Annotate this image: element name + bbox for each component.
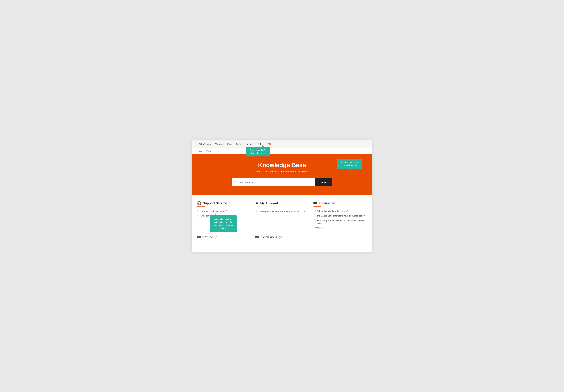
content-area: 🎧 Support Service (2) 📄 How can I get yo…: [192, 195, 372, 252]
page-container: What's New Women Men Gear Training Sale …: [192, 140, 372, 252]
document-icon: 📄: [313, 219, 316, 222]
extensions-folder-icon: [255, 235, 259, 239]
category-name-support: Support Service: [203, 202, 227, 205]
question-item: 📄 How can I get your support?: [197, 210, 251, 213]
nav-item-women[interactable]: Women: [213, 140, 225, 149]
category-header-extensions: Extensions (2): [255, 235, 309, 239]
navigation: What's New Women Men Gear Training Sale …: [192, 140, 372, 149]
support-icon: 🎧: [197, 201, 201, 205]
breadcrumb-separator: >: [203, 150, 205, 152]
document-icon: 📄: [197, 210, 199, 213]
category-divider-extensions: [255, 241, 263, 241]
tooltip-category: A question category with an icon and the…: [210, 216, 237, 232]
category-header-account: My Account (1): [255, 201, 309, 205]
category-header-license: License (4): [313, 201, 367, 205]
refund-folder-icon: [197, 235, 201, 239]
search-input-wrapper: [232, 178, 315, 186]
category-count-refund: (7): [215, 236, 217, 239]
category-extensions: Extensions (2): [255, 235, 309, 244]
svg-line-1: [236, 182, 237, 183]
category-divider-support: [197, 206, 205, 207]
category-my-account: My Account (1) 📄 Do Mageplaza's extensio…: [255, 201, 309, 229]
license-questions-list: 📄 Where I can find my license key? 📄 Do …: [313, 210, 367, 225]
svg-rect-4: [314, 203, 315, 203]
chevrons-icon: »: [313, 227, 315, 229]
category-header-support: 🎧 Support Service (2): [197, 201, 251, 205]
category-license: License (4) 📄 Where I can find my licens…: [313, 201, 367, 229]
nav-item-gear[interactable]: Gear: [234, 140, 243, 149]
category-divider-refund: [197, 241, 205, 241]
tooltip-search: Instant search box for quick lookup: [337, 159, 362, 169]
category-name-extensions: Extensions: [261, 235, 277, 239]
hero-banner: Instant search box for quick lookup Know…: [192, 154, 372, 195]
question-item: 📄 Where I can find my license key?: [313, 210, 367, 213]
categories-grid: 🎧 Support Service (2) 📄 How can I get yo…: [197, 201, 367, 244]
view-all-license[interactable]: » View all: [313, 227, 367, 229]
question-item: 📄 How many licenses should I have for mu…: [313, 219, 367, 225]
category-name-license: License: [319, 202, 330, 205]
question-link[interactable]: How can I get your support?: [201, 210, 227, 213]
hero-subtitle: Search our articles or browse by categor…: [197, 170, 367, 173]
account-questions-list: 📄 Do Mageplaza's extensions have encrypt…: [255, 210, 309, 213]
question-link[interactable]: Where I can find my license key?: [317, 210, 348, 213]
search-button[interactable]: SEARCH: [315, 178, 332, 186]
category-count-license: (4): [332, 202, 335, 204]
search-input[interactable]: [239, 181, 313, 184]
svg-point-0: [235, 181, 236, 183]
category-name-refund: Refund: [202, 235, 213, 239]
category-divider-account: [255, 207, 263, 207]
question-link[interactable]: How many licenses should I have for mult…: [317, 219, 367, 225]
document-icon: 📄: [313, 215, 316, 217]
view-all-label: View all: [315, 227, 323, 229]
document-icon: 📄: [255, 210, 258, 213]
category-divider-license: [313, 206, 321, 207]
category-header-refund: Refund (7): [197, 235, 251, 239]
question-link[interactable]: Do Mageplaza's extensions have encrypted…: [259, 210, 306, 213]
license-icon: [313, 201, 317, 205]
account-icon: [255, 201, 259, 205]
category-count-support: (2): [228, 202, 231, 204]
question-link[interactable]: Do Mageplaza's extensions have encrypted…: [317, 215, 365, 217]
tooltip-menu-faqs: Easy to add FAQs link to the menu: [246, 147, 270, 156]
breadcrumb-home[interactable]: Home: [197, 150, 202, 152]
breadcrumb: Home > FAQs: [192, 149, 372, 154]
category-count-extensions: (2): [279, 236, 282, 239]
category-support-service: 🎧 Support Service (2) 📄 How can I get yo…: [197, 201, 251, 229]
svg-point-2: [256, 202, 257, 203]
category-refund: Refund (7): [197, 235, 251, 244]
question-item: 📄 Do Mageplaza's extensions have encrypt…: [313, 215, 367, 217]
nav-item-whats-new[interactable]: What's New: [197, 140, 213, 149]
category-count-account: (1): [280, 202, 282, 204]
question-item: 📄 Do Mageplaza's extensions have encrypt…: [255, 210, 309, 213]
search-bar: SEARCH: [232, 178, 332, 186]
category-name-account: My Account: [260, 202, 278, 205]
search-icon: [234, 180, 237, 184]
document-icon: 📄: [313, 210, 316, 213]
nav-item-men[interactable]: Men: [225, 140, 234, 149]
breadcrumb-current: FAQs: [206, 150, 211, 152]
document-icon: 📄: [197, 215, 199, 217]
